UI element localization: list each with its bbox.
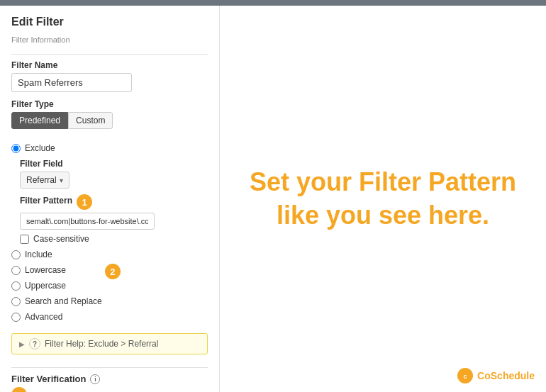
filter-name-label: Filter Name — [11, 60, 208, 70]
divider-2 — [11, 367, 208, 368]
filter-help-label: Filter Help: Exclude > Referral — [45, 339, 158, 349]
radio-list-container: Include Lowercase Uppercase Search and R… — [11, 250, 208, 330]
left-panel: Edit Filter Filter Information Filter Na… — [0, 6, 220, 392]
case-sensitive-checkbox[interactable] — [20, 235, 29, 244]
exclude-radio[interactable] — [11, 144, 21, 153]
top-bar — [0, 0, 546, 6]
radio-uppercase[interactable]: Uppercase — [11, 281, 102, 291]
coschedule-brand: c CoSchedule — [457, 368, 535, 383]
filter-type-btn-group: Predefined Custom — [11, 112, 208, 129]
filter-field-label: Filter Field — [20, 159, 208, 169]
verify-row: 3 — [11, 387, 208, 392]
filter-pattern-section: Filter Pattern 1 — [20, 194, 208, 230]
filter-field-section: Filter Field Referral ▾ — [20, 159, 208, 189]
svg-text:c: c — [464, 373, 467, 380]
radio-advanced[interactable]: Advanced — [11, 312, 102, 322]
filter-verification-section: Filter Verification i 3 Verify this filt… — [11, 374, 208, 392]
dropdown-arrow-icon: ▾ — [60, 177, 63, 184]
radio-options-list: Include Lowercase Uppercase Search and R… — [11, 250, 102, 325]
verification-info-icon: i — [90, 374, 100, 384]
filter-help-bar: ▶ ? Filter Help: Exclude > Referral — [11, 333, 208, 354]
exclude-label: Exclude — [25, 143, 55, 153]
filter-pattern-label: Filter Pattern — [20, 196, 72, 206]
right-panel: Set your Filter Patternlike you see here… — [220, 6, 546, 392]
expand-arrow-icon: ▶ — [19, 340, 25, 348]
filter-type-label: Filter Type — [11, 99, 208, 109]
radio-include[interactable]: Include — [11, 250, 102, 259]
case-sensitive-row: Case-sensitive — [20, 234, 208, 244]
radio-lowercase[interactable]: Lowercase — [11, 265, 102, 275]
step2-badge: 2 — [105, 264, 121, 279]
filter-field-dropdown[interactable]: Referral ▾ — [20, 172, 69, 189]
filter-name-input[interactable] — [11, 73, 132, 92]
filter-field-value: Referral — [26, 175, 57, 185]
section-label: Filter Information — [11, 35, 208, 44]
brand-icon: c — [457, 368, 473, 383]
step1-badge: 1 — [77, 194, 92, 210]
case-sensitive-label: Case-sensitive — [33, 234, 89, 244]
verification-title: Filter Verification i — [11, 374, 208, 384]
divider-1 — [11, 54, 208, 55]
help-icon: ? — [29, 338, 40, 349]
btn-predefined[interactable]: Predefined — [11, 112, 68, 129]
exclude-radio-option[interactable]: Exclude — [11, 143, 208, 153]
step3-badge: 3 — [11, 387, 27, 392]
btn-custom[interactable]: Custom — [68, 112, 113, 129]
radio-search-replace[interactable]: Search and Replace — [11, 296, 102, 306]
brand-name: CoSchedule — [477, 370, 535, 381]
page-title: Edit Filter — [11, 16, 208, 28]
filter-pattern-input[interactable] — [20, 213, 155, 230]
overlay-text: Set your Filter Patternlike you see here… — [250, 166, 516, 233]
